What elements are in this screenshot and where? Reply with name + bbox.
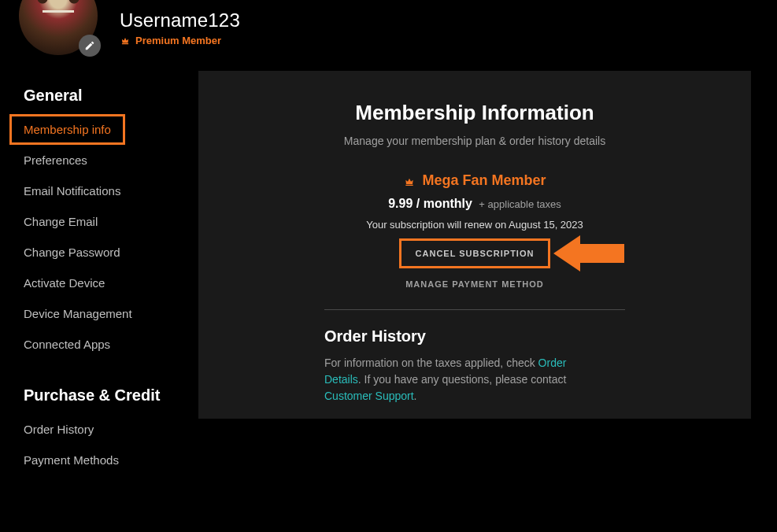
order-text-pre: For information on the taxes applied, ch… (324, 357, 538, 369)
sidebar-item-email-notifications[interactable]: Email Notifications (9, 175, 189, 206)
crown-icon (120, 35, 131, 46)
sidebar-item-device-management[interactable]: Device Management (9, 298, 189, 329)
sidebar: General Membership info Preferences Emai… (0, 71, 189, 475)
price-row: 9.99 / monthly + applicable taxes (230, 197, 720, 211)
premium-label: Premium Member (135, 35, 221, 46)
order-text-mid: . If you have any questions, please cont… (358, 373, 567, 386)
avatar-wrap (19, 0, 98, 55)
sidebar-item-change-password[interactable]: Change Password (9, 237, 189, 268)
profile-text: Username123 Premium Member (120, 9, 240, 46)
premium-badge: Premium Member (120, 35, 240, 46)
profile-header: Username123 Premium Member (0, 0, 777, 71)
panel-subtitle: Manage your membership plan & order hist… (230, 135, 720, 147)
sidebar-item-order-history[interactable]: Order History (9, 414, 189, 445)
sidebar-item-activate-device[interactable]: Activate Device (9, 268, 189, 298)
tax-note: + applicable taxes (479, 198, 561, 210)
order-history-text: For information on the taxes applied, ch… (324, 355, 594, 405)
username: Username123 (120, 9, 240, 31)
panel-title: Membership Information (230, 101, 720, 125)
renewal-text: Your subscription will renew on August 1… (230, 219, 720, 231)
member-tier-label: Mega Fan Member (422, 172, 546, 189)
sidebar-section-purchase: Purchase & Credit (9, 379, 189, 414)
cancel-subscription-button[interactable]: CANCEL SUBSCRIPTION (399, 238, 551, 268)
pencil-icon (84, 40, 95, 51)
svg-marker-0 (553, 235, 624, 272)
sidebar-section-general: General (9, 79, 189, 114)
price: 9.99 / monthly (388, 197, 472, 210)
divider (324, 309, 625, 310)
sidebar-item-payment-methods[interactable]: Payment Methods (9, 445, 189, 475)
order-history-title: Order History (324, 327, 720, 345)
edit-avatar-button[interactable] (79, 35, 101, 57)
arrow-left-icon (553, 235, 624, 272)
crown-icon (403, 175, 416, 187)
main-panel: Membership Information Manage your membe… (198, 71, 751, 419)
member-tier: Mega Fan Member (230, 172, 720, 189)
order-text-post: . (414, 390, 417, 402)
manage-payment-link[interactable]: MANAGE PAYMENT METHOD (230, 279, 720, 289)
sidebar-item-connected-apps[interactable]: Connected Apps (9, 329, 189, 360)
sidebar-item-membership-info[interactable]: Membership info (9, 114, 125, 145)
customer-support-link[interactable]: Customer Support (324, 390, 414, 402)
annotation-arrow (553, 235, 624, 272)
sidebar-item-change-email[interactable]: Change Email (9, 206, 189, 237)
sidebar-item-preferences[interactable]: Preferences (9, 145, 189, 175)
